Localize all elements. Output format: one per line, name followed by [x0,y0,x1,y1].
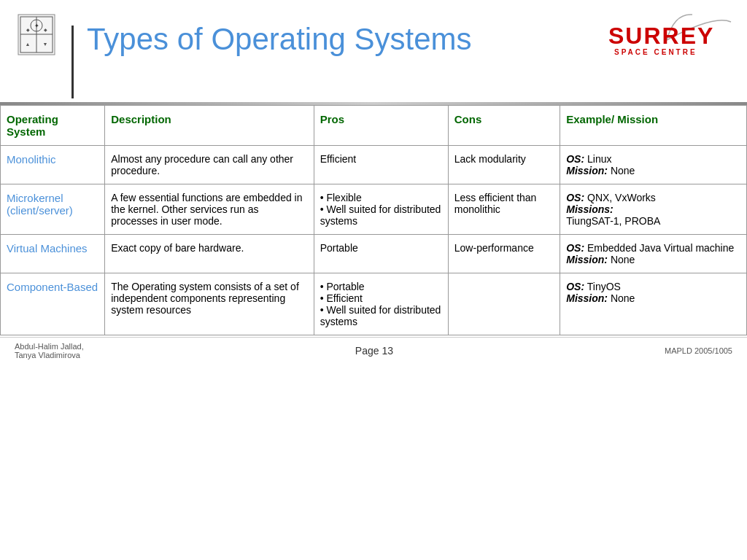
mission-label-microkernel: Missions: [566,203,614,215]
header-vertical-divider [71,26,74,98]
footer-authors: Abdul-Halim Jallad,Tanya Vladimirova [15,342,84,359]
pros-cell-vm: Portable [314,235,448,273]
table-row: Monolithic Almost any procedure can call… [1,146,747,184]
mission-value-vm: None [608,254,635,265]
desc-cell-microkernel: A few essential functions are embedded i… [105,184,314,235]
pros-item-2-microkernel: Well suited for distributed systems [320,203,442,227]
desc-cell-component: The Operating system consists of a set o… [105,273,314,335]
desc-cell-monolithic: Almost any procedure can call any other … [105,146,314,184]
cons-text-vm: Low-performance [454,242,534,254]
pros-cell-monolithic: Efficient [314,146,448,184]
mission-label-vm: Mission: [566,254,608,265]
pros-list-microkernel: Flexible Well suited for distributed sys… [320,192,442,227]
col-header-description: Description [105,106,314,146]
svg-text:◆: ◆ [44,28,47,32]
table-header-row: Operating System Description Pros Cons E… [1,106,747,146]
col-header-pros: Pros [314,106,448,146]
os-label-component: OS: [566,281,584,292]
os-value-vm: Embedded Java Virtual machine [584,242,734,254]
surrey-arc-svg: SURREY SPACE CENTRE [601,11,732,62]
os-name-microkernel: Microkernel (client/server) [7,192,73,217]
pros-item-1-component: Portable [320,281,442,292]
cons-cell-vm: Low-performance [448,235,560,273]
footer-page-number: Page 13 [355,345,393,357]
desc-text-monolithic: Almost any procedure can call any other … [111,153,293,176]
os-name-component: Component-Based [7,281,98,293]
os-name-monolithic: Monolithic [7,153,56,166]
col-header-cons: Cons [448,106,560,146]
pros-text-vm: Portable [320,242,358,254]
cons-cell-microkernel: Less efficient than monolithic [448,184,560,235]
pros-cell-component: Portable Efficient Well suited for distr… [314,273,448,335]
os-cell-vm: Virtual Machines [1,235,105,273]
mission-value-microkernel: TiungSAT-1, PROBA [566,215,660,227]
mission-value-component: None [608,292,635,304]
footer: Abdul-Halim Jallad,Tanya Vladimirova Pag… [0,337,747,364]
desc-cell-vm: Exact copy of bare hardware. [105,235,314,273]
footer-author-text: Abdul-Halim Jallad,Tanya Vladimirova [15,342,84,359]
cons-text-microkernel: Less efficient than monolithic [454,192,537,215]
mission-label-component: Mission: [566,292,608,304]
svg-text:SURREY: SURREY [608,23,714,49]
col-header-example: Example/ Mission [560,106,747,146]
os-name-vm: Virtual Machines [7,242,88,254]
pros-item-1-microkernel: Flexible [320,192,442,203]
pros-cell-microkernel: Flexible Well suited for distributed sys… [314,184,448,235]
desc-text-vm: Exact copy of bare hardware. [111,242,244,254]
desc-text-component: The Operating system consists of a set o… [111,281,299,316]
table-row: Microkernel (client/server) A few essent… [1,184,747,235]
col-header-os: Operating System [1,106,105,146]
os-label-microkernel: OS: [566,192,584,203]
cons-cell-component [448,273,560,335]
desc-text-microkernel: A few essential functions are embedded i… [111,192,302,227]
logo-area: ✦ ▲ ▼ ◆ ◆ [15,7,58,62]
crest-icon: ✦ ▲ ▼ ◆ ◆ [15,11,58,62]
os-cell-monolithic: Monolithic [1,146,105,184]
example-cell-component: OS: TinyOS Mission: None [560,273,747,335]
pros-list-component: Portable Efficient Well suited for distr… [320,281,442,327]
svg-text:SPACE CENTRE: SPACE CENTRE [614,48,697,56]
os-cell-component: Component-Based [1,273,105,335]
svg-text:▼: ▼ [43,42,48,47]
os-value-component: TinyOS [584,281,621,292]
pros-text-monolithic: Efficient [320,153,357,165]
os-cell-microkernel: Microkernel (client/server) [1,184,105,235]
os-label-vm: OS: [566,242,584,254]
example-cell-monolithic: OS: Linux Mission: None [560,146,747,184]
svg-text:◆: ◆ [26,28,30,32]
example-cell-vm: OS: Embedded Java Virtual machine Missio… [560,235,747,273]
table-row: Component-Based The Operating system con… [1,273,747,335]
cons-text-monolithic: Lack modularity [454,153,526,165]
surrey-logo: SURREY SPACE CENTRE [601,11,732,64]
example-cell-microkernel: OS: QNX, VxWorks Missions: TiungSAT-1, P… [560,184,747,235]
pros-item-2-component: Efficient [320,292,442,304]
header: ✦ ▲ ▼ ◆ ◆ Types of Operating Systems SUR… [0,0,747,102]
cons-cell-monolithic: Lack modularity [448,146,560,184]
svg-text:✦: ✦ [34,23,39,29]
svg-text:▲: ▲ [26,42,31,47]
mission-label-monolithic: Mission: [566,165,608,176]
os-value-microkernel: QNX, VxWorks [584,192,656,203]
table-row: Virtual Machines Exact copy of bare hard… [1,235,747,273]
pros-item-3-component: Well suited for distributed systems [320,304,442,327]
mission-value-monolithic: None [608,165,635,176]
os-label-monolithic: OS: [566,153,584,165]
footer-reference: MAPLD 2005/1005 [665,346,732,355]
os-value-monolithic: Linux [584,153,611,165]
main-table: Operating System Description Pros Cons E… [0,105,747,335]
